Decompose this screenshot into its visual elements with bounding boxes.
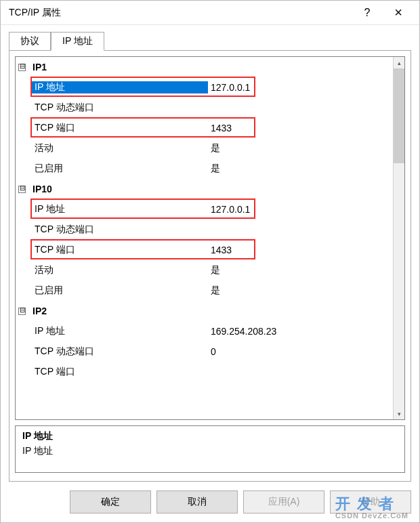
group-title: IP10 bbox=[33, 184, 52, 194]
group-title: IP1 bbox=[33, 62, 47, 72]
property-label: IP 地址 bbox=[32, 325, 208, 337]
property-value[interactable]: 1433 bbox=[208, 245, 393, 255]
property-grid: ⊟IP1IP 地址127.0.0.1TCP 动态端口TCP 端口1433活动是已… bbox=[15, 56, 405, 420]
property-label: TCP 端口 bbox=[32, 366, 208, 378]
scroll-down-icon[interactable]: ▾ bbox=[394, 408, 405, 419]
property-label: 已启用 bbox=[32, 285, 208, 297]
scrollbar-vertical[interactable]: ▴ ▾ bbox=[393, 57, 404, 419]
property-row[interactable]: IP 地址169.254.208.23 bbox=[16, 321, 393, 341]
property-label: 活动 bbox=[32, 142, 208, 154]
property-value[interactable]: 是 bbox=[208, 264, 393, 276]
group-header[interactable]: ⊟IP10 bbox=[16, 179, 393, 199]
cancel-button[interactable]: 取消 bbox=[156, 490, 238, 514]
property-value[interactable]: 1433 bbox=[208, 123, 393, 133]
property-grid-scroll[interactable]: ⊟IP1IP 地址127.0.0.1TCP 动态端口TCP 端口1433活动是已… bbox=[16, 57, 393, 419]
property-value[interactable]: 127.0.0.1 bbox=[208, 204, 393, 215]
property-row[interactable]: TCP 动态端口0 bbox=[16, 341, 393, 362]
description-panel: IP 地址 IP 地址 bbox=[15, 425, 405, 473]
property-value[interactable]: 是 bbox=[208, 142, 393, 154]
property-value[interactable]: 是 bbox=[208, 285, 393, 297]
tab-ip-address[interactable]: IP 地址 bbox=[51, 32, 104, 51]
content-area: 协议 IP 地址 ⊟IP1IP 地址127.0.0.1TCP 动态端口TCP 端… bbox=[1, 25, 419, 482]
collapse-icon[interactable]: ⊟ bbox=[18, 186, 26, 193]
property-row[interactable]: IP 地址127.0.0.1 bbox=[16, 199, 393, 219]
property-row[interactable]: TCP 端口1433 bbox=[16, 240, 393, 260]
dialog-window: TCP/IP 属性 ? × 协议 IP 地址 ⊟IP1IP 地址127.0.0.… bbox=[0, 0, 420, 523]
group-title: IP2 bbox=[33, 306, 47, 316]
collapse-icon[interactable]: ⊟ bbox=[18, 308, 26, 315]
property-label: 已启用 bbox=[32, 163, 208, 175]
property-value[interactable]: 127.0.0.1 bbox=[208, 82, 393, 93]
property-label: IP 地址 bbox=[32, 203, 208, 215]
property-label: IP 地址 bbox=[32, 81, 208, 93]
group-header[interactable]: ⊟IP1 bbox=[16, 57, 393, 77]
property-row[interactable]: 活动是 bbox=[16, 260, 393, 280]
property-label: 活动 bbox=[32, 264, 208, 276]
property-label: TCP 动态端口 bbox=[32, 346, 208, 358]
button-bar: 确定 取消 应用(A) 帮助 开 发 者 CSDN DevZe.CoM bbox=[1, 482, 419, 522]
tabpanel-ip-address: ⊟IP1IP 地址127.0.0.1TCP 动态端口TCP 端口1433活动是已… bbox=[9, 50, 411, 482]
property-row[interactable]: TCP 端口 bbox=[16, 362, 393, 382]
property-row[interactable]: TCP 动态端口 bbox=[16, 98, 393, 118]
property-row[interactable]: 活动是 bbox=[16, 138, 393, 159]
property-row[interactable]: TCP 端口1433 bbox=[16, 118, 393, 138]
scroll-up-icon[interactable]: ▴ bbox=[394, 57, 405, 68]
property-label: TCP 动态端口 bbox=[32, 224, 208, 236]
scrollbar-thumb[interactable] bbox=[394, 68, 405, 163]
property-row[interactable]: TCP 动态端口 bbox=[16, 219, 393, 240]
tab-protocol[interactable]: 协议 bbox=[9, 32, 51, 51]
property-value[interactable]: 169.254.208.23 bbox=[208, 326, 393, 337]
window-title: TCP/IP 属性 bbox=[9, 7, 352, 19]
property-value[interactable]: 0 bbox=[208, 346, 393, 357]
description-body: IP 地址 bbox=[22, 445, 398, 457]
property-label: TCP 端口 bbox=[32, 122, 208, 134]
help-button-bottom[interactable]: 帮助 bbox=[330, 490, 411, 514]
collapse-icon[interactable]: ⊟ bbox=[18, 64, 26, 71]
close-button[interactable]: × bbox=[383, 1, 414, 25]
property-label: TCP 动态端口 bbox=[32, 102, 208, 114]
titlebar: TCP/IP 属性 ? × bbox=[1, 1, 419, 25]
group-header[interactable]: ⊟IP2 bbox=[16, 301, 393, 321]
ok-button[interactable]: 确定 bbox=[70, 490, 151, 514]
property-label: TCP 端口 bbox=[32, 244, 208, 256]
help-button[interactable]: ? bbox=[352, 1, 383, 25]
property-row[interactable]: 已启用是 bbox=[16, 159, 393, 179]
property-row[interactable]: IP 地址127.0.0.1 bbox=[16, 77, 393, 98]
apply-button[interactable]: 应用(A) bbox=[243, 490, 324, 514]
tabstrip: 协议 IP 地址 bbox=[9, 32, 411, 51]
property-row[interactable]: 已启用是 bbox=[16, 280, 393, 301]
property-value[interactable]: 是 bbox=[208, 163, 393, 175]
description-title: IP 地址 bbox=[22, 430, 398, 442]
